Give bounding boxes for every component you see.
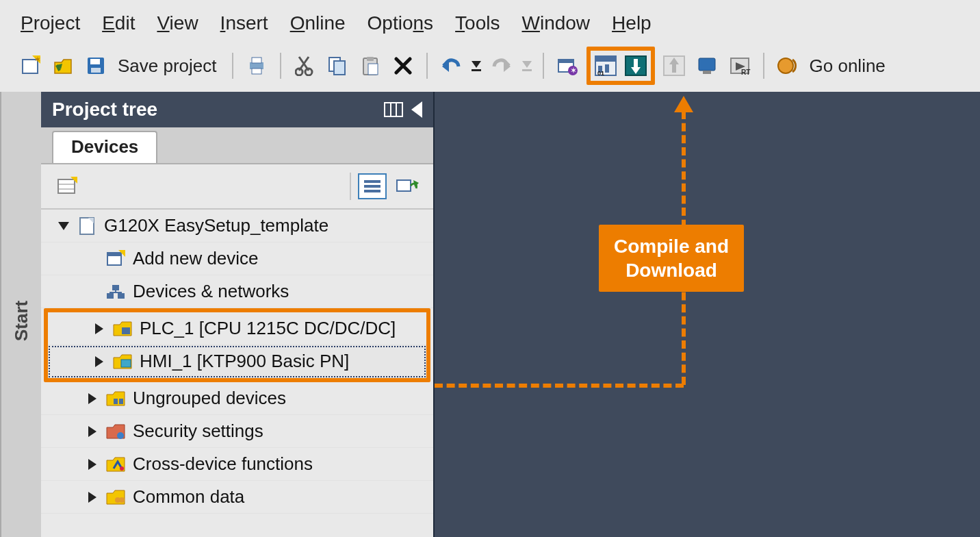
compile-download-highlight: 01 <box>586 47 655 85</box>
start-rail-label: Start <box>11 300 32 340</box>
svg-rect-32 <box>634 59 638 67</box>
columns-icon[interactable] <box>384 102 403 117</box>
menu-tools[interactable]: Tools <box>455 12 500 34</box>
svg-rect-21 <box>522 69 532 71</box>
network-icon <box>105 283 126 301</box>
download-icon[interactable] <box>622 52 649 79</box>
svg-point-42 <box>778 58 793 73</box>
menu-insert[interactable]: Insert <box>220 12 268 34</box>
collapse-panel-icon[interactable] <box>411 101 422 118</box>
tree-ungrouped-label: Ungrouped devices <box>133 388 286 409</box>
tree-hmi-label: HMI_1 [KTP900 Basic PN] <box>140 351 349 372</box>
tree-common-data-label: Common data <box>133 486 244 508</box>
open-project-icon[interactable] <box>49 52 77 79</box>
expand-right-icon[interactable] <box>88 459 96 470</box>
separator <box>350 173 351 200</box>
tree-cross-device[interactable]: Cross-device functions <box>41 448 433 481</box>
menu-view[interactable]: View <box>157 12 198 34</box>
plc-folder-icon <box>112 320 133 338</box>
expand-right-icon[interactable] <box>88 393 96 404</box>
tab-devices[interactable]: Devices <box>52 131 157 163</box>
workspace-area: Compile and Download <box>435 92 980 537</box>
svg-rect-63 <box>122 327 130 334</box>
start-rail[interactable]: Start <box>0 92 41 537</box>
tree-devices-networks[interactable]: Devices & networks <box>41 275 433 308</box>
svg-rect-27 <box>595 56 616 62</box>
runtime-icon[interactable]: RT <box>726 52 753 79</box>
add-device-icon[interactable]: ✶ <box>554 52 581 79</box>
project-tree-subtoolbar <box>41 164 433 210</box>
tree-plc[interactable]: PLC_1 [CPU 1215C DC/DC/DC] <box>48 312 426 345</box>
copy-icon[interactable] <box>324 52 351 79</box>
project-file-icon <box>77 217 97 235</box>
svg-marker-17 <box>472 61 481 68</box>
go-online-icon[interactable] <box>774 52 801 79</box>
go-online-label[interactable]: Go online <box>807 55 891 77</box>
menu-window[interactable]: Window <box>521 12 590 34</box>
svg-rect-7 <box>252 58 261 63</box>
simulation-icon[interactable] <box>693 52 721 79</box>
menu-options[interactable]: Options <box>368 12 434 34</box>
svg-rect-62 <box>118 293 125 299</box>
project-tree: G120X EasySetup_template Add new device … <box>41 210 433 537</box>
delete-icon[interactable] <box>389 52 417 79</box>
toolbar-separator <box>232 53 233 79</box>
toolbar-separator <box>280 53 281 79</box>
tree-security[interactable]: Security settings <box>41 415 433 448</box>
svg-rect-66 <box>119 399 123 404</box>
list-view-icon[interactable] <box>358 173 387 199</box>
menu-edit[interactable]: Edit <box>102 12 135 34</box>
tree-hmi[interactable]: HMI_1 [KTP900 Basic PN] <box>48 345 426 378</box>
tree-project-label: G120X EasySetup_template <box>104 215 328 236</box>
upload-icon[interactable] <box>660 52 688 79</box>
menu-online[interactable]: Online <box>290 12 346 34</box>
toolbar-separator <box>763 53 764 79</box>
svg-rect-38 <box>703 71 711 74</box>
svg-rect-15 <box>368 64 378 75</box>
new-project-icon[interactable]: ✶ <box>16 52 44 79</box>
toolbar-separator <box>543 53 544 79</box>
tree-project-root[interactable]: G120X EasySetup_template <box>41 210 433 242</box>
common-data-folder-icon <box>105 488 126 506</box>
svg-rect-36 <box>672 64 676 73</box>
expand-right-icon[interactable] <box>95 356 103 367</box>
show-overview-icon[interactable] <box>53 173 81 200</box>
paste-icon[interactable] <box>357 52 384 79</box>
svg-rect-23 <box>558 60 573 63</box>
expand-right-icon[interactable] <box>95 323 103 334</box>
svg-rect-60 <box>112 285 119 290</box>
svg-point-70 <box>119 497 125 503</box>
menu-help[interactable]: Help <box>612 12 652 34</box>
redo-icon[interactable] <box>488 52 515 79</box>
network-view-icon[interactable] <box>394 173 421 200</box>
svg-rect-5 <box>91 68 101 73</box>
expand-right-icon[interactable] <box>88 492 96 503</box>
svg-point-10 <box>305 68 312 75</box>
menu-project[interactable]: Project <box>21 12 80 34</box>
annotation-box: Compile and Download <box>599 225 744 292</box>
cut-icon[interactable] <box>291 52 318 79</box>
expand-down-icon[interactable] <box>58 222 69 230</box>
expand-right-icon[interactable] <box>88 426 96 437</box>
main-area: Start Project tree Devices <box>0 92 980 537</box>
svg-rect-46 <box>58 179 75 193</box>
tree-common-data[interactable]: Common data <box>41 481 433 514</box>
tree-ungrouped[interactable]: Ungrouped devices <box>41 382 433 415</box>
svg-rect-65 <box>114 399 118 404</box>
tree-selection-highlight: PLC_1 [CPU 1215C DC/DC/DC] HMI_1 [KTP900… <box>44 308 430 382</box>
redo-dropdown-icon[interactable] <box>521 52 533 79</box>
save-icon[interactable] <box>82 52 109 79</box>
save-project-label[interactable]: Save project <box>115 55 222 77</box>
tree-add-device[interactable]: Add new device <box>41 242 433 275</box>
svg-point-67 <box>117 432 124 439</box>
print-icon[interactable] <box>243 52 270 79</box>
cross-device-folder-icon <box>105 455 126 473</box>
undo-dropdown-icon[interactable] <box>470 52 482 79</box>
compile-icon[interactable]: 01 <box>592 52 619 79</box>
svg-text:✶: ✶ <box>570 66 577 75</box>
svg-rect-29 <box>605 64 609 73</box>
tab-devices-label: Devices <box>71 136 138 157</box>
security-folder-icon <box>105 423 126 440</box>
undo-icon[interactable] <box>437 52 465 79</box>
svg-marker-20 <box>522 61 532 68</box>
